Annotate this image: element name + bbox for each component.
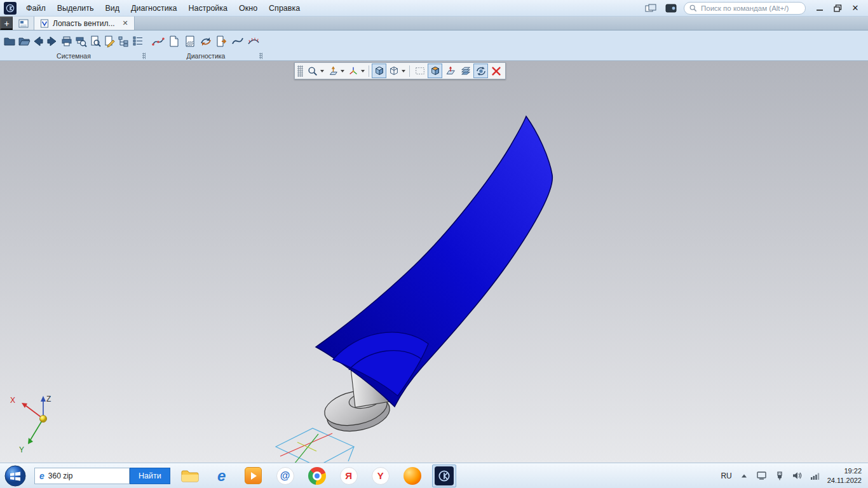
toolbar-drag-handle[interactable] (259, 53, 262, 59)
print-button[interactable] (60, 33, 74, 50)
tray-display-button[interactable] (756, 470, 768, 482)
menu-file[interactable]: Файл (20, 0, 51, 17)
curvature-button[interactable] (246, 33, 262, 50)
ie-button[interactable]: e (210, 464, 234, 487)
cube-view-button[interactable] (428, 64, 442, 78)
ybrowser-icon: Y (372, 467, 390, 485)
close-view-toolbar-button[interactable] (489, 64, 503, 78)
toolbar-group-label: Системная (57, 52, 91, 60)
restore-button[interactable] (829, 1, 846, 15)
axes-orientation-button[interactable] (346, 64, 366, 78)
new-tab-button[interactable]: + (0, 17, 13, 30)
marquee-button[interactable] (412, 64, 427, 78)
network-bars-icon (810, 472, 820, 480)
language-indicator[interactable]: RU (721, 471, 731, 480)
tray-usb-button[interactable] (774, 470, 785, 482)
command-search (684, 2, 806, 15)
print-preview-icon (74, 35, 87, 48)
fan-blade-model[interactable] (316, 116, 552, 407)
yandex-button[interactable]: Я (337, 464, 361, 487)
toolbar-drag-handle[interactable] (142, 53, 146, 59)
firefox-button[interactable] (400, 464, 424, 487)
clock-time: 19:22 (827, 466, 862, 475)
triad-origin-ball (40, 416, 47, 423)
at-icon: @ (276, 467, 294, 485)
close-button[interactable]: ✕ (846, 1, 864, 15)
menu-diagnostics[interactable]: Диагностика (125, 0, 182, 17)
chrome-button[interactable] (305, 464, 329, 487)
clock[interactable]: 19:22 24.11.2022 (827, 466, 862, 485)
spline-points-button[interactable] (150, 33, 166, 50)
print-icon (60, 35, 73, 48)
tray-expand-button[interactable] (738, 470, 750, 482)
layers-button[interactable] (458, 64, 473, 78)
menu-select[interactable]: Выделить (51, 0, 100, 17)
back-button[interactable] (31, 33, 45, 50)
ybrowser-button[interactable]: Y (369, 464, 393, 487)
spline-icon (231, 35, 244, 48)
tree-button[interactable] (116, 33, 130, 50)
spline-button[interactable] (230, 33, 246, 50)
kompas-taskbar-button[interactable] (432, 464, 456, 487)
tray-volume-button[interactable] (792, 470, 803, 482)
menu-help[interactable]: Справка (263, 0, 306, 17)
player-button[interactable] (241, 464, 266, 487)
folder-button[interactable] (3, 33, 17, 50)
explorer-button[interactable] (178, 464, 202, 487)
clock-date: 24.11.2022 (827, 476, 862, 485)
document-find-button[interactable] (88, 33, 102, 50)
main-menu: Файл Выделить Вид Диагностика Настройка … (20, 0, 306, 17)
zoom-button[interactable] (306, 64, 325, 78)
section-plane-button[interactable] (443, 64, 458, 78)
document-edit-icon (103, 35, 116, 48)
cascade-windows-button[interactable] (643, 3, 658, 14)
toolbar-group-label: Диагностика (187, 52, 226, 60)
windows-start-icon (4, 465, 26, 487)
rebuild-button[interactable] (198, 33, 214, 50)
page-corner-button[interactable] (166, 33, 182, 50)
start-page-tab[interactable] (13, 17, 34, 30)
folder-open-button[interactable] (17, 33, 31, 50)
find-button[interactable]: Найти (130, 468, 170, 484)
firefox-icon (403, 467, 421, 485)
folder-icon (3, 35, 16, 48)
list-button[interactable] (131, 33, 145, 50)
shaded-view-button[interactable] (372, 64, 386, 78)
command-search-input[interactable] (701, 4, 800, 12)
display-icon (665, 4, 677, 13)
orientation-button[interactable] (326, 64, 346, 78)
page-export-icon (215, 35, 228, 48)
coordinate-triad[interactable]: X Z Y (10, 395, 51, 454)
orbit-button[interactable] (473, 64, 488, 78)
zoom-icon (307, 65, 318, 77)
forward-button[interactable] (45, 33, 59, 50)
kompas-logo-icon (4, 2, 17, 15)
page-hatch-button[interactable] (182, 33, 198, 50)
axis-label-z: Z (46, 395, 51, 403)
chevron-down-icon (341, 70, 344, 72)
page-export-button[interactable] (214, 33, 230, 50)
menu-view[interactable]: Вид (99, 0, 125, 17)
viewport-3d[interactable]: X Z Y (0, 61, 868, 463)
minimize-button[interactable] (811, 1, 829, 15)
taskbar-search-input[interactable] (48, 471, 125, 480)
print-preview-button[interactable] (74, 33, 88, 50)
separator (409, 65, 410, 77)
document-tab[interactable]: Лопасть вентил... ✕ (34, 17, 135, 30)
kompas-app-icon (435, 466, 454, 485)
wireframe-view-button[interactable] (387, 64, 407, 78)
system-tray: RU 19:22 24.11.2022 (721, 466, 864, 485)
start-button[interactable] (4, 464, 27, 487)
screen-settings-button[interactable] (663, 3, 679, 14)
chevron-down-icon (361, 70, 365, 72)
tab-close-icon[interactable]: ✕ (123, 19, 128, 27)
mail-button[interactable]: @ (273, 464, 297, 487)
document-edit-button[interactable] (102, 33, 116, 50)
menu-settings[interactable]: Настройка (183, 0, 234, 17)
wireframe-cube-icon (388, 65, 400, 77)
menu-window[interactable]: Окно (233, 0, 263, 17)
view-toolbar (294, 62, 506, 79)
chevron-up-icon (741, 473, 747, 478)
view-toolbar-drag-handle[interactable] (297, 65, 303, 77)
tray-network-button[interactable] (810, 470, 821, 482)
